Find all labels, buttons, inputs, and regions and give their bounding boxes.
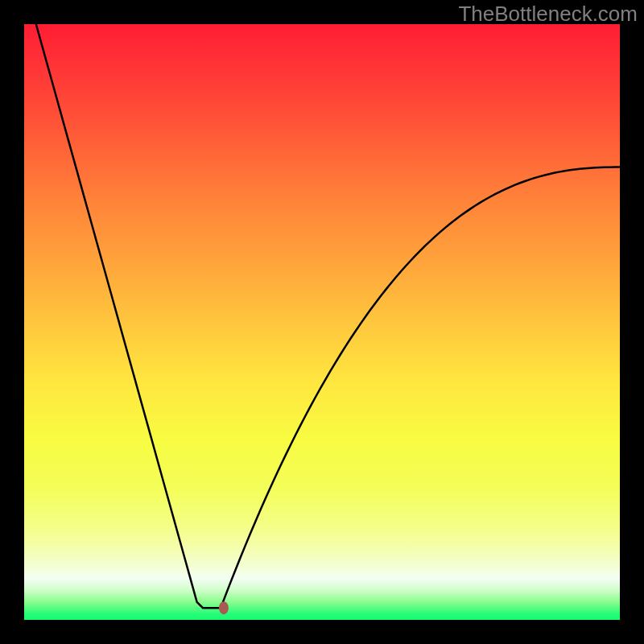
bottleneck-curve-line <box>36 24 620 608</box>
minimum-marker-dot <box>219 601 229 614</box>
chart-svg <box>24 24 620 620</box>
watermark-text: TheBottleneck.com <box>458 2 638 27</box>
plot-area <box>24 24 620 620</box>
